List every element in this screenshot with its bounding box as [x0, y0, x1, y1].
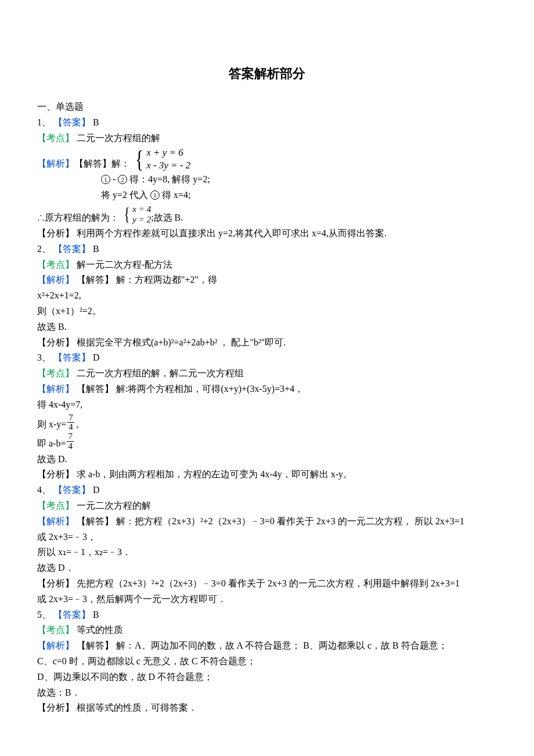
q5-line2: C、c=0 时，两边都除以 c 无意义，故 C 不符合题意； [37, 654, 497, 669]
answer-tag: 【答案】 [53, 352, 91, 362]
kaodian-tag: 【考点】 [37, 368, 74, 378]
jieda-tag: 【解答】 [77, 275, 114, 285]
q4-kaodian: 【考点】 一元二次方程的解 [37, 499, 497, 513]
q4-number: 4、 [37, 485, 51, 495]
answer-tag: 【答案】 [53, 117, 91, 127]
analysis-text: 求 a-b，则由两方程相加，方程的左边可变为 4x-4y，即可解出 x-y。 [77, 469, 352, 479]
jie-lead: 解： [111, 157, 130, 171]
q4-jiexi-line: 【解析】 【解答】 解：把方程（2x+3）²+2（2x+3）﹣3=0 看作关于 … [37, 514, 497, 529]
q5-number: 5、 [37, 610, 51, 620]
kaodian-tag: 【考点】 [37, 625, 74, 635]
q4-analysis2: 或 2x+3=﹣3，然后解两个一元一次方程即可． [37, 592, 497, 607]
q2-jiexi-line: 【解析】 【解答】 解：方程两边都"+2"，得 [37, 273, 497, 287]
section-heading: 一、单选题 [37, 100, 497, 114]
q1-eq-top: x + y = 6 [146, 146, 190, 159]
kaodian-text: 等式的性质 [77, 625, 123, 635]
jiexi-tag: 【解析】 [37, 516, 74, 526]
frac-den: 4 [67, 441, 74, 451]
q1-equation-row: 【解析】 【解答】 解： { x + y = 6 x - 3y = - 2 [37, 146, 497, 171]
q1-solution-line: ∴原方程组的解为： { x = 4 y = 2 ;故选 B. [37, 204, 497, 226]
q3-line3-pre: 则 x-y= [37, 417, 66, 432]
q5-jiexi-line: 【解析】 【解答】 解：A、两边加不同的数，故 A 不符合题意； B、两边都乘以… [37, 639, 497, 653]
q2-line3: 则（x+1）²=2。 [37, 304, 497, 319]
analysis-tag: 【分析】 [37, 703, 74, 712]
step1-rest: 得：4y=8, 解得 y=2; [129, 174, 210, 184]
q4-answer-line: 4、 【答案】 D [37, 483, 497, 498]
kaodian-text: 解一元二次方程-配方法 [77, 260, 172, 269]
q5-line4: 故选：B． [37, 686, 497, 700]
q5-answer: B [93, 610, 99, 620]
q3-number: 3、 [37, 352, 51, 362]
jieda-tag: 【解答】 [77, 640, 114, 650]
analysis-tag: 【分析】 [37, 578, 74, 588]
q3-answer-line: 3、 【答案】 D [37, 351, 497, 365]
step2-pre: 将 y=2 代入 [101, 190, 150, 200]
q2-analysis: 【分析】 根据完全平方根式(a+b)²=a²+2ab+b² ， 配上"b²"即可… [37, 336, 497, 350]
kaodian-tag: 【考点】 [37, 133, 74, 143]
fraction-7-4: 7 4 [67, 432, 74, 451]
left-brace-icon: { [124, 205, 130, 224]
q3-answer: D [93, 352, 100, 362]
q5-line3: D、两边乘以不同的数，故 D 不符合题意； [37, 670, 497, 685]
q1-answer: B [93, 117, 99, 127]
frac-den: 4 [67, 422, 74, 432]
q1-number: 1、 [37, 117, 51, 127]
q2-answer-line: 2、 【答案】 B [37, 242, 497, 257]
jiexi-tag: 【解析】 [37, 275, 74, 285]
answer-tag: 【答案】 [53, 610, 91, 620]
analysis-text: 先把方程（2x+3）²+2（2x+3）﹣3=0 看作关于 2x+3 的一元二次方… [77, 578, 460, 588]
page-title: 答案解析部分 [37, 64, 497, 84]
jieda-tag: 【解答】 [77, 516, 114, 526]
q4-line2: 或 2x+3=﹣3， [37, 530, 497, 545]
q3-analysis: 【分析】 求 a-b，则由两方程相加，方程的左边可变为 4x-4y，即可解出 x… [37, 467, 497, 482]
q5-kaodian: 【考点】 等式的性质 [37, 623, 497, 638]
analysis-text: 根据完全平方根式(a+b)²=a²+2ab+b² ， 配上"b²"即可. [77, 337, 286, 347]
q3-kaodian: 【考点】 二元一次方程组的解，解二元一次方程组 [37, 366, 497, 381]
q1-solution-system: { x = 4 y = 2 [122, 204, 151, 226]
q4-answer: D [93, 485, 100, 495]
q4-line3: 所以 x₁=﹣1，x₂=﹣3． [37, 545, 497, 560]
kaodian-text: 一元二次方程的解 [77, 501, 151, 510]
q4-body: 解：把方程（2x+3）²+2（2x+3）﹣3=0 看作关于 2x+3 的一元二次… [116, 516, 464, 526]
q4-analysis1: 【分析】 先把方程（2x+3）²+2（2x+3）﹣3=0 看作关于 2x+3 的… [37, 577, 497, 591]
kaodian-text: 二元一次方程组的解，解二元一次方程组 [77, 368, 244, 378]
q3-line5: 故选 D. [37, 452, 497, 467]
q5-answer-line: 5、 【答案】 B [37, 608, 497, 622]
q3-line4: 即 a-b= 7 4 [37, 432, 497, 451]
q1-eq-bot: x - 3y = - 2 [146, 159, 190, 171]
q3-line2: 得 4x-4y=7, [37, 398, 497, 412]
analysis-tag: 【分析】 [37, 469, 74, 479]
q2-body: 解：方程两边都"+2"，得 [116, 275, 217, 285]
kaodian-tag: 【考点】 [37, 260, 74, 269]
fraction-7-4: 7 4 [67, 413, 74, 433]
q2-number: 2、 [37, 244, 51, 254]
q2-line2: x²+2x+1=2, [37, 289, 497, 303]
q1-sol-top: x = 4 [132, 204, 151, 215]
circled-1-icon: 1 [150, 190, 160, 200]
q3-body: 解:将两个方程相加，可得(x+y)+(3x-5y)=3+4， [116, 384, 304, 394]
answer-tag: 【答案】 [53, 485, 91, 495]
answer-tag: 【答案】 [53, 244, 91, 254]
q4-line4: 故选 D． [37, 561, 497, 575]
jieda-tag: 【解答】 [77, 384, 114, 394]
q3-jiexi-line: 【解析】 【解答】 解:将两个方程相加，可得(x+y)+(3x-5y)=3+4， [37, 382, 497, 397]
left-brace-icon: { [135, 147, 143, 171]
circled-1-icon: 1 [101, 175, 110, 184]
q1-answer-line: 1、 【答案】 B [37, 116, 497, 130]
q1-step2: 将 y=2 代入 1 得 x=4; [37, 188, 497, 203]
q3-line4-pre: 即 a-b= [37, 437, 66, 451]
q3-line3: 则 x-y= 7 4 。 [37, 413, 497, 433]
jiexi-tag: 【解析】 [37, 157, 74, 171]
q5-body: 解：A、两边加不同的数，故 A 不符合题意； B、两边都乘以 c，故 B 符合题… [116, 640, 448, 650]
q1-sol-bot: y = 2 [132, 214, 151, 225]
kaodian-tag: 【考点】 [37, 501, 74, 510]
page: 答案解析部分 一、单选题 1、 【答案】 B 【考点】 二元一次方程组的解 【解… [0, 0, 534, 756]
jiexi-tag: 【解析】 [37, 384, 74, 394]
jieda-tag: 【解答】 [74, 157, 111, 171]
sol-suffix: ;故选 B. [151, 211, 183, 225]
q1-analysis: 【分析】 利用两个方程作差就可以直接求出 y=2,将其代入即可求出 x=4,从而… [37, 226, 497, 241]
analysis-tag: 【分析】 [37, 337, 74, 347]
jiexi-tag: 【解析】 [37, 640, 74, 650]
q5-analysis: 【分析】 根据等式的性质，可得答案． [37, 701, 497, 715]
analysis-text: 利用两个方程作差就可以直接求出 y=2,将其代入即可求出 x=4,从而得出答案. [77, 228, 387, 238]
